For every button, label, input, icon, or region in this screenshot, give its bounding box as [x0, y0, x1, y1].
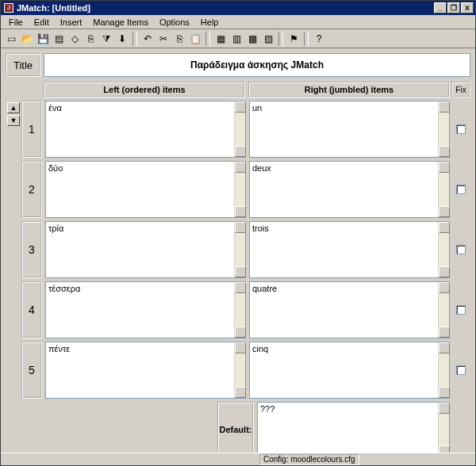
menu-help[interactable]: Help [196, 17, 224, 28]
toolbar-separator [205, 32, 210, 46]
left-item-input[interactable] [45, 221, 246, 278]
status-bar: Config: moodlecolours.cfg [1, 453, 475, 465]
item-row: 2 [6, 161, 470, 218]
left-item-input[interactable] [45, 342, 246, 399]
paste-button[interactable]: 📋 [188, 32, 202, 46]
right-item-input[interactable] [249, 101, 450, 158]
save-button[interactable]: 💾 [36, 32, 50, 46]
web-button[interactable]: ◇ [67, 32, 82, 46]
fix-checkbox[interactable] [456, 305, 466, 315]
grid3-button[interactable]: ▩ [245, 32, 259, 46]
item-row: ▲▼1 [6, 101, 470, 158]
scrollbar[interactable] [234, 342, 245, 398]
window-titlebar: J JMatch: [Untitled] _ ❐ X [1, 1, 475, 15]
undo-button[interactable]: ↶ [140, 32, 155, 46]
left-items-header: Left (ordered) items [44, 82, 245, 97]
fix-checkbox[interactable] [456, 245, 466, 254]
toolbar-separator [132, 32, 137, 46]
client-area: Title Left (ordered) items Right (jumble… [1, 48, 475, 453]
left-item-input[interactable] [45, 101, 246, 158]
fix-header: Fix [451, 82, 470, 97]
down-arrow-button[interactable]: ⬇ [115, 32, 129, 46]
app-icon: J [4, 3, 13, 13]
menu-edit[interactable]: Edit [29, 17, 54, 28]
right-item-input[interactable] [249, 161, 450, 218]
save-all-button[interactable]: ▤ [52, 32, 66, 46]
export-button[interactable]: ⎘ [83, 32, 98, 46]
scrollbar[interactable] [234, 282, 245, 338]
item-number: 5 [21, 342, 42, 399]
cut-button[interactable]: ✂ [156, 32, 171, 46]
window-title: JMatch: [Untitled] [17, 3, 90, 13]
window-maximize-button[interactable]: ❐ [447, 2, 460, 13]
flag-button[interactable]: ⚑ [286, 32, 301, 46]
title-input[interactable] [44, 53, 470, 77]
window-close-button[interactable]: X [461, 2, 474, 13]
item-number: 4 [21, 281, 42, 338]
move-down-button[interactable]: ▼ [7, 115, 20, 126]
fix-checkbox[interactable] [456, 365, 466, 375]
status-config: Config: moodlecolours.cfg [259, 454, 359, 465]
open-button[interactable]: 📂 [20, 32, 34, 46]
toolbar: ▭📂💾▤◇⎘⧩⬇↶✂⎘📋▦▥▩▨⚑? [1, 29, 475, 48]
fix-checkbox[interactable] [456, 185, 466, 194]
scrollbar[interactable] [438, 101, 449, 157]
default-input[interactable] [257, 402, 450, 453]
item-number: 3 [21, 221, 42, 278]
scrollbar[interactable] [438, 282, 449, 338]
menu-manage-items[interactable]: Manage Items [88, 17, 153, 28]
grid2-button[interactable]: ▥ [229, 32, 244, 46]
move-up-button[interactable]: ▲ [7, 102, 20, 113]
scrollbar[interactable] [438, 222, 449, 277]
scrollbar[interactable] [234, 222, 245, 277]
scrollbar[interactable] [234, 162, 245, 217]
scrollbar[interactable] [438, 403, 449, 453]
menu-insert[interactable]: Insert [56, 17, 87, 28]
toolbar-separator [304, 32, 309, 46]
left-item-input[interactable] [45, 281, 246, 338]
item-row: 3 [6, 221, 470, 278]
fix-checkbox[interactable] [456, 124, 466, 134]
scrollbar[interactable] [438, 162, 449, 217]
right-item-input[interactable] [249, 281, 450, 338]
item-row: 4 [6, 281, 470, 338]
left-item-input[interactable] [45, 161, 246, 218]
scrollbar[interactable] [234, 101, 245, 157]
grid1-button[interactable]: ▦ [213, 32, 228, 46]
funnel-button[interactable]: ⧩ [99, 32, 113, 46]
menu-bar: File Edit Insert Manage Items Options He… [1, 15, 475, 29]
right-items-header: Right (jumbled) items [248, 82, 450, 97]
right-item-input[interactable] [249, 342, 450, 399]
right-item-input[interactable] [249, 221, 450, 278]
toolbar-separator [278, 32, 283, 46]
item-number: 1 [21, 101, 42, 158]
scrollbar[interactable] [438, 342, 449, 398]
menu-options[interactable]: Options [155, 17, 194, 28]
grid4-button[interactable]: ▨ [261, 32, 275, 46]
copy-button[interactable]: ⎘ [172, 32, 186, 46]
window-minimize-button[interactable]: _ [434, 2, 447, 13]
new-button[interactable]: ▭ [4, 32, 18, 46]
default-label: Default: [217, 402, 254, 453]
menu-file[interactable]: File [4, 17, 28, 28]
help-button[interactable]: ? [312, 32, 326, 46]
title-label: Title [6, 53, 40, 77]
item-number: 2 [21, 161, 42, 218]
item-row: 5 [6, 342, 470, 399]
